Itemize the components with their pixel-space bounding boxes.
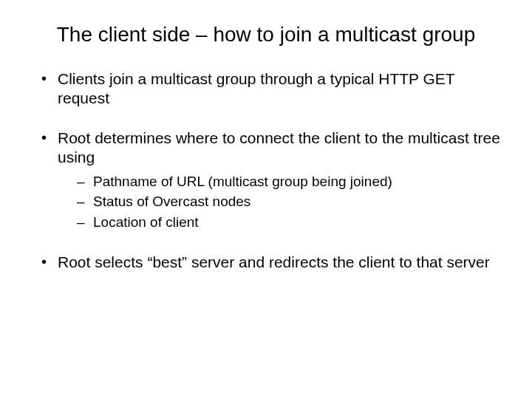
bullet-text: Root selects “best” server and redirects… (58, 253, 490, 270)
sub-bullet-text: Pathname of URL (multicast group being j… (93, 174, 392, 189)
slide-title: The client side – how to join a multicas… (44, 22, 488, 47)
sub-bullet-text: Status of Overcast nodes (93, 194, 250, 209)
sub-bullet-item: Status of Overcast nodes (75, 192, 502, 211)
bullet-item: Clients join a multicast group through a… (37, 69, 502, 109)
sub-bullet-list: Pathname of URL (multicast group being j… (58, 172, 502, 232)
sub-bullet-text: Location of client (93, 214, 199, 230)
bullet-text: Clients join a multicast group through a… (58, 70, 454, 106)
bullet-item: Root determines where to connect the cli… (37, 129, 502, 231)
slide: The client side – how to join a multicas… (0, 0, 532, 399)
bullet-text: Root determines where to connect the cli… (58, 129, 500, 166)
bullet-list: Clients join a multicast group through a… (30, 69, 502, 272)
sub-bullet-item: Location of client (75, 213, 502, 232)
bullet-item: Root selects “best” server and redirects… (37, 253, 502, 272)
sub-bullet-item: Pathname of URL (multicast group being j… (75, 172, 502, 191)
